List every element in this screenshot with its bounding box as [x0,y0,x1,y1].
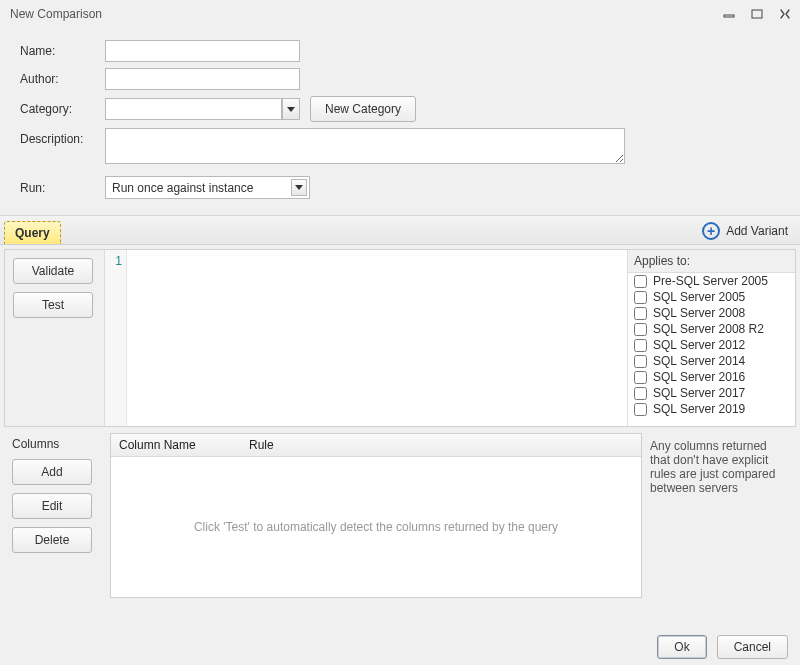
applies-to-item-label: SQL Server 2005 [653,290,745,304]
cancel-button[interactable]: Cancel [717,635,788,659]
run-label: Run: [20,181,105,195]
column-header-name[interactable]: Column Name [111,434,241,456]
test-button[interactable]: Test [13,292,93,318]
edit-column-button[interactable]: Edit [12,493,92,519]
applies-to-list[interactable]: Pre-SQL Server 2005SQL Server 2005SQL Se… [628,272,795,426]
run-dropdown[interactable]: Run once against instance [105,176,310,199]
column-header-rule[interactable]: Rule [241,434,641,456]
query-editor[interactable] [127,250,627,426]
validate-button[interactable]: Validate [13,258,93,284]
minimize-icon[interactable] [722,7,736,21]
columns-help-text: Any columns returned that don't have exp… [648,433,796,598]
category-label: Category: [20,102,105,116]
applies-to-checkbox[interactable] [634,323,647,336]
name-input[interactable] [105,40,300,62]
applies-to-item[interactable]: SQL Server 2016 [628,369,795,385]
add-variant-label: Add Variant [726,224,788,238]
author-label: Author: [20,72,105,86]
category-input[interactable] [105,98,282,120]
window-title: New Comparison [10,7,102,21]
new-category-button[interactable]: New Category [310,96,416,122]
applies-to-item-label: SQL Server 2008 R2 [653,322,764,336]
applies-to-item[interactable]: SQL Server 2012 [628,337,795,353]
description-input[interactable] [105,128,625,164]
editor-gutter: 1 [105,250,127,426]
chevron-down-icon [287,107,295,112]
add-column-button[interactable]: Add [12,459,92,485]
applies-to-item-label: Pre-SQL Server 2005 [653,274,768,288]
applies-to-item[interactable]: SQL Server 2017 [628,385,795,401]
description-label: Description: [20,128,105,146]
category-dropdown-button[interactable] [282,98,300,120]
applies-to-item[interactable]: SQL Server 2008 R2 [628,321,795,337]
plus-circle-icon: + [702,222,720,240]
applies-to-checkbox[interactable] [634,339,647,352]
svg-rect-0 [724,15,734,17]
applies-to-checkbox[interactable] [634,387,647,400]
applies-to-checkbox[interactable] [634,371,647,384]
applies-to-checkbox[interactable] [634,307,647,320]
applies-to-item[interactable]: SQL Server 2005 [628,289,795,305]
applies-to-label: Applies to: [628,250,795,272]
chevron-down-icon [295,185,303,190]
columns-heading: Columns [12,437,96,451]
applies-to-item[interactable]: SQL Server 2019 [628,401,795,417]
applies-to-checkbox[interactable] [634,275,647,288]
applies-to-item-label: SQL Server 2017 [653,386,745,400]
applies-to-item[interactable]: SQL Server 2008 [628,305,795,321]
maximize-icon[interactable] [750,7,764,21]
ok-button[interactable]: Ok [657,635,706,659]
applies-to-checkbox[interactable] [634,355,647,368]
tab-query[interactable]: Query [4,221,61,244]
svg-rect-1 [752,10,762,18]
applies-to-item[interactable]: SQL Server 2014 [628,353,795,369]
close-icon[interactable] [778,7,792,21]
applies-to-item-label: SQL Server 2019 [653,402,745,416]
applies-to-item-label: SQL Server 2012 [653,338,745,352]
applies-to-item-label: SQL Server 2008 [653,306,745,320]
applies-to-item-label: SQL Server 2016 [653,370,745,384]
applies-to-item[interactable]: Pre-SQL Server 2005 [628,273,795,289]
add-variant-button[interactable]: + Add Variant [700,218,790,244]
applies-to-checkbox[interactable] [634,291,647,304]
applies-to-checkbox[interactable] [634,403,647,416]
name-label: Name: [20,44,105,58]
run-value: Run once against instance [112,181,253,195]
category-combobox[interactable] [105,98,300,120]
applies-to-item-label: SQL Server 2014 [653,354,745,368]
columns-placeholder: Click 'Test' to automatically detect the… [194,520,558,534]
author-input[interactable] [105,68,300,90]
delete-column-button[interactable]: Delete [12,527,92,553]
